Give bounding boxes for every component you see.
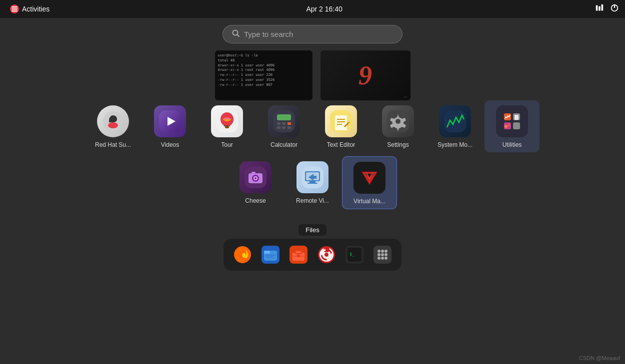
svg-point-11 <box>108 122 118 128</box>
svg-rect-36 <box>501 110 523 132</box>
svg-point-42 <box>504 125 508 128</box>
app-remote[interactable]: Remote Vi... <box>285 156 340 209</box>
dock-files[interactable] <box>258 243 282 267</box>
app-tour[interactable]: Tour <box>200 100 254 152</box>
svg-point-87 <box>381 257 384 260</box>
svg-rect-22 <box>282 122 286 125</box>
svg-rect-23 <box>288 122 291 125</box>
app-videos[interactable]: Videos <box>142 100 198 152</box>
search-bar[interactable]: Type to search <box>222 25 402 43</box>
app-icon-virtualma <box>354 162 386 194</box>
datetime-display: Apr 2 16:40 <box>306 5 342 13</box>
app-label-tour: Tour <box>221 141 232 148</box>
app-icon-sysmon <box>439 105 471 137</box>
app-icon-videos <box>154 105 186 137</box>
svg-point-82 <box>384 250 388 253</box>
app-icon-tour <box>211 105 243 137</box>
dock-toolbox[interactable] <box>286 243 310 267</box>
app-label-cheese: Cheese <box>245 197 266 204</box>
app-label-virtualma: Virtual Ma... <box>354 198 386 205</box>
terminal-window[interactable]: user@host:~$ ls -la total 48 drwxr-xr-x … <box>215 50 312 100</box>
svg-rect-1 <box>12 8 18 9</box>
search-placeholder: Type to search <box>244 30 293 38</box>
activities-label: Activities <box>22 5 50 13</box>
svg-point-80 <box>378 250 380 253</box>
dock-tooltip: Files <box>298 224 326 236</box>
svg-rect-53 <box>310 181 316 183</box>
app-cheese[interactable]: Cheese <box>228 156 283 209</box>
app-icon-texteditor <box>325 105 357 137</box>
svg-rect-66 <box>295 251 302 254</box>
app-label-settings: Settings <box>387 141 408 148</box>
network-icon[interactable] <box>595 3 604 14</box>
svg-rect-40 <box>513 122 520 129</box>
svg-point-86 <box>378 257 380 260</box>
app-virtualma[interactable]: Virtual Ma... <box>342 156 397 209</box>
svg-point-88 <box>384 257 388 260</box>
app-icon-utilities <box>496 105 528 137</box>
dock-tooltip-area: Files <box>0 224 625 236</box>
app-label-videos: Videos <box>161 141 179 148</box>
app-calculator[interactable]: Calculator <box>256 100 312 152</box>
svg-rect-0 <box>12 6 18 7</box>
svg-rect-16 <box>225 125 229 128</box>
dock-appgrid[interactable] <box>370 243 394 267</box>
svg-point-83 <box>378 253 380 256</box>
svg-rect-4 <box>598 6 600 10</box>
dock-terminal[interactable]: $_ <box>342 243 366 267</box>
svg-rect-49 <box>252 172 256 174</box>
media-number: 9 <box>358 60 372 91</box>
terminal-preview: user@host:~$ ls -la total 48 drwxr-xr-x … <box>215 50 312 100</box>
app-label-utilities: Utilities <box>502 141 522 148</box>
svg-rect-20 <box>277 114 291 120</box>
svg-line-9 <box>238 35 240 37</box>
app-settings[interactable]: Settings <box>370 100 426 152</box>
app-texteditor[interactable]: Text Editor <box>314 100 368 152</box>
svg-point-85 <box>384 253 388 256</box>
svg-rect-3 <box>596 5 598 11</box>
app-icon-remote <box>296 161 328 193</box>
svg-rect-63 <box>266 257 274 258</box>
svg-rect-28 <box>335 115 347 130</box>
svg-text:$_: $_ <box>350 252 355 257</box>
dock-help[interactable] <box>314 243 338 267</box>
svg-rect-68 <box>297 255 300 257</box>
svg-point-43 <box>508 124 510 126</box>
svg-rect-25 <box>282 126 286 129</box>
top-bar: Activities Apr 2 16:40 <box>0 0 625 18</box>
app-label-sysmon: System Mo... <box>438 141 472 148</box>
search-icon <box>232 29 240 39</box>
svg-rect-62 <box>266 255 276 256</box>
app-grid-row2: Cheese Remote Vi... <box>0 156 625 209</box>
app-redhat[interactable]: Red Hat Su... <box>86 100 140 152</box>
svg-rect-61 <box>264 251 270 254</box>
svg-rect-41 <box>514 115 518 120</box>
svg-rect-21 <box>277 122 280 125</box>
dock-container: $_ <box>0 239 625 271</box>
svg-rect-2 <box>12 10 18 11</box>
svg-point-34 <box>396 119 400 124</box>
app-grid-row1: Red Hat Su... Videos Tour <box>0 100 625 152</box>
app-sysmon[interactable]: System Mo... <box>428 100 482 152</box>
app-label-texteditor: Text Editor <box>327 141 356 148</box>
svg-point-81 <box>381 250 384 253</box>
svg-rect-26 <box>288 126 291 129</box>
app-label-redhat: Red Hat Su... <box>95 141 131 148</box>
svg-rect-54 <box>308 183 318 184</box>
watermark: CSDN @Meaauf <box>579 355 620 361</box>
svg-rect-5 <box>602 4 604 11</box>
app-label-calculator: Calculator <box>270 141 298 148</box>
app-icon-settings <box>382 105 414 137</box>
dock-firefox[interactable] <box>230 243 254 267</box>
app-icon-cheese <box>240 161 272 193</box>
app-label-remote: Remote Vi... <box>296 197 329 204</box>
media-preview: 9 ... <box>320 50 410 100</box>
activities-button[interactable]: Activities <box>6 2 54 15</box>
media-window[interactable]: 9 ... <box>320 50 410 100</box>
recent-windows-area: user@host:~$ ls -la total 48 drwxr-xr-x … <box>0 50 625 100</box>
svg-point-75 <box>324 253 328 257</box>
svg-rect-35 <box>444 110 466 132</box>
dock: $_ <box>224 239 402 271</box>
app-utilities[interactable]: Utilities <box>484 100 540 152</box>
power-icon[interactable] <box>610 3 619 14</box>
